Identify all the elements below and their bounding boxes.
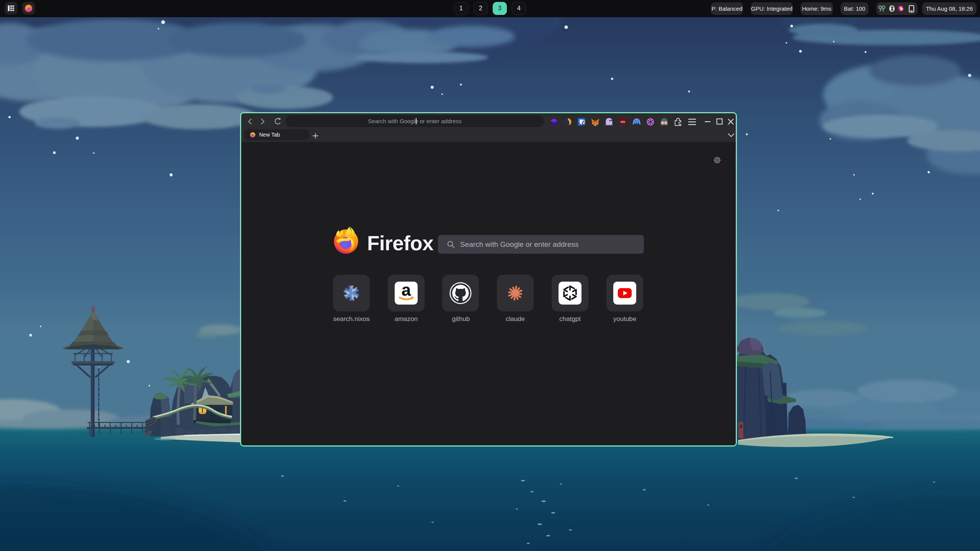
svg-text:UO: UO	[621, 120, 625, 124]
